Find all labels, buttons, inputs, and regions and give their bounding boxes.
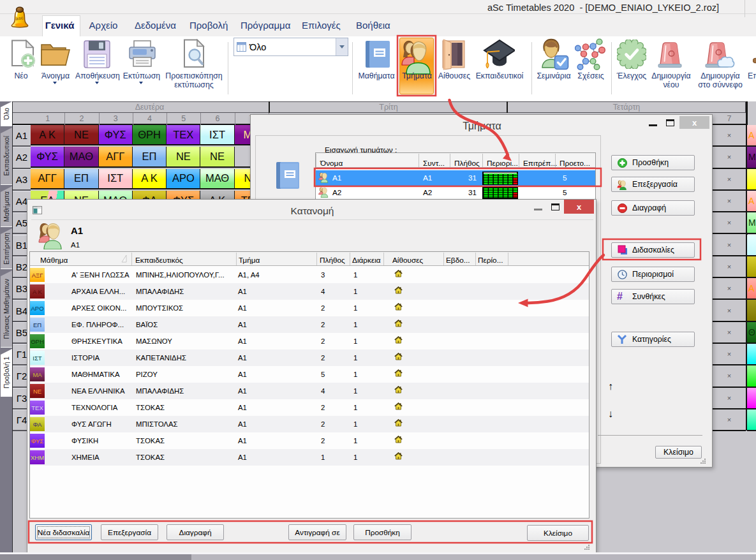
svg-text:asc: asc (15, 15, 24, 22)
